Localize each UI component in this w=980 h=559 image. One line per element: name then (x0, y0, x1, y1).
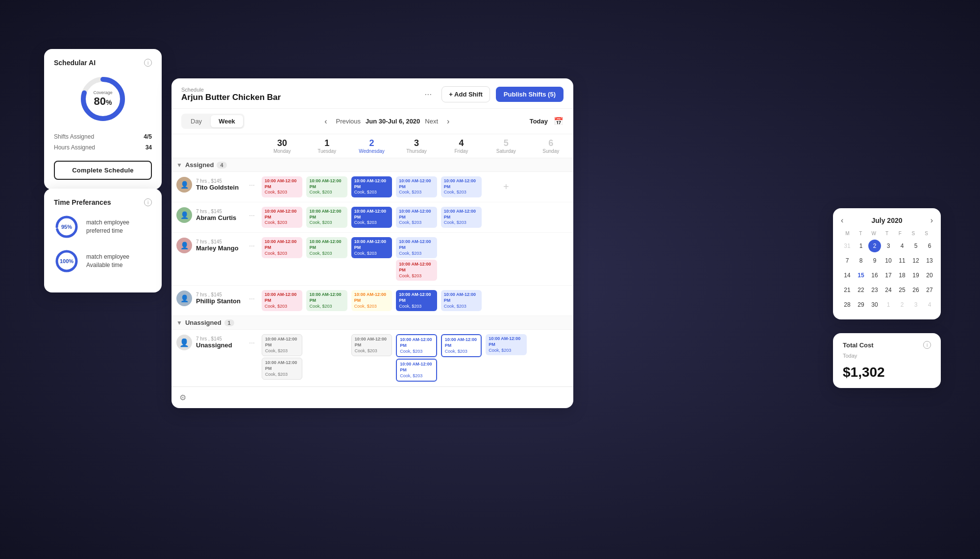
tab-day[interactable]: Day (183, 115, 210, 127)
time-pref-info-icon[interactable]: i (144, 198, 152, 206)
tito-more[interactable]: ··· (249, 181, 255, 189)
cal-day[interactable]: 6 (923, 240, 936, 252)
today-button[interactable]: Today (530, 118, 548, 125)
shift-tag[interactable]: 10:00 AM-12:00 PMCook, $203 (306, 207, 347, 228)
shift-tag[interactable]: 10:00 AM-12:00 PMCook, $203 (396, 290, 437, 311)
calendar-grid-body: 31 1 2 3 4 5 6 7 8 9 10 11 12 13 14 15 1… (841, 239, 933, 312)
more-options-button[interactable]: ··· (420, 87, 436, 101)
cal-day[interactable]: 27 (923, 284, 936, 296)
shift-tag[interactable]: 10:00 AM-12:00 PMCook, $203 (306, 290, 347, 311)
cal-day[interactable]: 7 (841, 254, 854, 267)
assigned-chevron[interactable]: ▼ (176, 162, 182, 169)
add-shift-button[interactable]: + Add Shift (441, 86, 490, 102)
cal-day[interactable]: 11 (896, 254, 908, 267)
cal-day[interactable]: 5 (909, 240, 922, 252)
cal-day[interactable]: 1 (855, 240, 867, 252)
next-label[interactable]: Next (425, 118, 438, 125)
publish-shifts-button[interactable]: Publish Shifts (5) (496, 87, 564, 102)
cal-day[interactable]: 20 (923, 269, 936, 282)
cal-day[interactable]: 14 (841, 269, 854, 282)
shift-tag[interactable]: 10:00 AM-12:00 PMCook, $203 (441, 290, 482, 311)
cal-day[interactable]: 12 (909, 254, 922, 267)
shift-tag[interactable]: 10:00 AM-12:00 PMCook, $203 (441, 207, 482, 228)
shift-tag[interactable]: 10:00 AM-12:00 PMCook, $203 (306, 237, 347, 258)
cal-day[interactable]: 15 (855, 269, 867, 282)
phillip-avatar: 👤 (176, 291, 192, 306)
marley-more[interactable]: ··· (249, 242, 255, 249)
assigned-section-label: ▼ Assigned 4 (176, 161, 265, 169)
add-shift-plus[interactable]: + (486, 176, 526, 197)
cost-info-icon[interactable]: i (923, 341, 931, 349)
cal-day[interactable]: 24 (882, 284, 895, 296)
complete-schedule-button[interactable]: Complete Schedule (54, 161, 152, 180)
cal-day[interactable]: 25 (896, 284, 908, 296)
pref1-value: 95% (61, 224, 72, 230)
unassigned-more[interactable]: ··· (249, 339, 255, 346)
cal-day[interactable]: 28 (841, 298, 854, 311)
cal-day[interactable]: 19 (909, 269, 922, 282)
cal-day[interactable]: 29 (855, 298, 867, 311)
cal-day[interactable]: 8 (855, 254, 867, 267)
cal-next-button[interactable]: › (931, 216, 933, 225)
scheduler-info-icon[interactable]: i (144, 59, 152, 67)
cal-day[interactable]: 3 (909, 298, 922, 311)
previous-label[interactable]: Previous (336, 118, 361, 125)
settings-icon[interactable]: ⚙ (179, 393, 186, 402)
cal-day[interactable]: 2 (896, 298, 908, 311)
shift-tag[interactable]: 10:00 AM-12:00 PMCook, $203 (351, 334, 392, 356)
cal-day[interactable]: 18 (896, 269, 908, 282)
cal-day[interactable]: 13 (923, 254, 936, 267)
cal-day[interactable]: 31 (841, 240, 854, 252)
marley-shift-5 (484, 236, 528, 239)
prev-arrow[interactable]: ‹ (320, 115, 331, 128)
shift-tag[interactable]: 10:00 AM-12:00 PMCook, $203 (351, 237, 392, 258)
shift-tag[interactable]: 10:00 AM-12:00 PMCook, $203 (396, 207, 437, 228)
cost-amount: $1,302 (843, 365, 885, 380)
cal-day[interactable]: 3 (882, 240, 895, 252)
cal-day[interactable]: 23 (868, 284, 881, 296)
cal-day[interactable]: 16 (868, 269, 881, 282)
unassigned-chevron[interactable]: ▼ (176, 319, 182, 326)
phillip-more[interactable]: ··· (249, 294, 255, 302)
shift-tag[interactable]: 10:00 AM-12:00 PMCook, $203 (351, 290, 392, 311)
shift-tag[interactable]: 10:00 AM-12:00 PMCook, $203 (486, 334, 526, 355)
unassigned-shift-4: 10:00 AM-12:00 PMCook, $203 (439, 333, 484, 359)
shift-tag[interactable]: 10:00 AM-12:00 PMCook, $203 (262, 237, 302, 258)
calendar-icon[interactable]: 📅 (554, 117, 564, 126)
next-arrow[interactable]: › (443, 115, 453, 128)
shift-tag-extra[interactable]: 10:00 AM-12:00 PMCook, $203 (396, 359, 437, 382)
cal-day[interactable]: 22 (855, 284, 867, 296)
shift-tag[interactable]: 10:00 AM-12:00 PMCook, $203 (262, 176, 302, 197)
cal-day[interactable]: 4 (896, 240, 908, 252)
cal-day[interactable]: 4 (923, 298, 936, 311)
pref-item-2: 100% match employee Available time (54, 248, 152, 274)
time-preferences-panel: Time Preferances i 95% match employee pr… (44, 189, 162, 292)
shift-tag-extra[interactable]: 10:00 AM-12:00 PMCook, $203 (396, 260, 437, 281)
shift-tag[interactable]: 10:00 AM-12:00 PMCook, $203 (262, 207, 302, 228)
shift-tag[interactable]: 10:00 AM-12:00 PMCook, $203 (441, 176, 482, 197)
abram-more[interactable]: ··· (249, 211, 255, 219)
cal-day[interactable]: 21 (841, 284, 854, 296)
shift-tag[interactable]: 10:00 AM-12:00 PMCook, $203 (306, 176, 347, 197)
calendar-month-title: July 2020 (871, 217, 902, 224)
shift-tag[interactable]: 10:00 AM-12:00 PMCook, $203 (351, 207, 392, 228)
cal-day[interactable]: 17 (882, 269, 895, 282)
cal-day[interactable]: 26 (909, 284, 922, 296)
shift-tag[interactable]: 10:00 AM-12:00 PMCook, $203 (262, 334, 302, 356)
settings-row: ⚙ (172, 387, 573, 408)
cal-day[interactable]: 1 (882, 298, 895, 311)
cal-day[interactable]: 9 (868, 254, 881, 267)
shift-tag[interactable]: 10:00 AM-12:00 PMCook, $203 (441, 334, 482, 357)
cal-prev-button[interactable]: ‹ (841, 216, 843, 225)
shift-tag[interactable]: 10:00 AM-12:00 PMCook, $203 (396, 334, 437, 357)
shift-tag[interactable]: 10:00 AM-12:00 PMCook, $203 (396, 237, 437, 258)
marley-shift-3: 10:00 AM-12:00 PMCook, $203 10:00 AM-12:… (394, 236, 439, 282)
shift-tag-extra[interactable]: 10:00 AM-12:00 PMCook, $203 (262, 358, 302, 380)
tab-week[interactable]: Week (211, 115, 243, 127)
cal-day[interactable]: 30 (868, 298, 881, 311)
cal-day[interactable]: 10 (882, 254, 895, 267)
shift-tag[interactable]: 10:00 AM-12:00 PMCook, $203 (351, 176, 392, 197)
shift-tag[interactable]: 10:00 AM-12:00 PMCook, $203 (262, 290, 302, 311)
shift-tag[interactable]: 10:00 AM-12:00 PMCook, $203 (396, 176, 437, 197)
cal-day-today[interactable]: 2 (868, 240, 881, 252)
